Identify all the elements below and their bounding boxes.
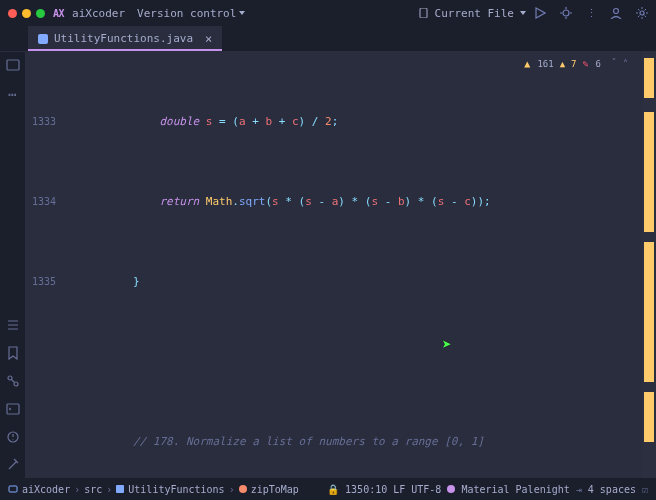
editor-tabs: UtilityFunctions.java × bbox=[0, 26, 656, 52]
code-line[interactable]: double s = (a + b + c) / 2; bbox=[80, 112, 642, 132]
error-count: 161 bbox=[537, 54, 553, 74]
chevron-down-icon bbox=[520, 11, 526, 15]
app-name: aiXcoder bbox=[72, 7, 125, 20]
settings-gear-icon[interactable] bbox=[636, 7, 648, 19]
line-number: 1334 bbox=[26, 192, 66, 212]
line-separator[interactable]: LF bbox=[393, 484, 405, 495]
warning-icon: ▲ bbox=[524, 54, 530, 74]
project-tool-icon[interactable] bbox=[6, 58, 20, 72]
chevron-down-icon bbox=[239, 11, 245, 15]
breadcrumb[interactable]: aiXcoder › src › UtilityFunctions › zipT… bbox=[8, 484, 299, 495]
theme-name[interactable]: Material Palenight bbox=[461, 484, 569, 495]
problems-tool-icon[interactable] bbox=[6, 430, 20, 444]
svg-rect-4 bbox=[7, 60, 19, 70]
zoom-window-button[interactable] bbox=[36, 9, 45, 18]
inspection-status[interactable]: ▲ 161 ▲ 7 ✎ 6 ˇ ˄ bbox=[524, 54, 628, 74]
project-icon bbox=[8, 484, 18, 494]
svg-point-3 bbox=[640, 11, 644, 15]
terminal-tool-icon[interactable] bbox=[6, 402, 20, 416]
code-line[interactable]: // 178. Normalize a list of numbers to a… bbox=[80, 432, 642, 452]
svg-point-2 bbox=[614, 9, 619, 14]
navigate-icons[interactable]: ˇ ˄ bbox=[611, 54, 628, 74]
tab-label: UtilityFunctions.java bbox=[54, 32, 193, 45]
close-window-button[interactable] bbox=[8, 9, 17, 18]
avatar-icon[interactable] bbox=[610, 7, 622, 19]
typo-icon: ✎ bbox=[583, 54, 589, 74]
tool-window-bar: ⋯ bbox=[0, 52, 26, 478]
breadcrumb-project: aiXcoder bbox=[22, 484, 70, 495]
svg-point-1 bbox=[563, 10, 569, 16]
cursor-position[interactable]: 1350:10 bbox=[345, 484, 387, 495]
warning-count-icon: ▲ bbox=[560, 54, 565, 74]
bookmarks-tool-icon[interactable] bbox=[6, 346, 20, 360]
svg-point-6 bbox=[14, 382, 18, 386]
read-only-icon[interactable]: ☑ bbox=[642, 484, 648, 495]
svg-rect-0 bbox=[420, 8, 427, 18]
structure-tool-icon[interactable] bbox=[6, 318, 20, 332]
code-editor[interactable]: ▲ 161 ▲ 7 ✎ 6 ˇ ˄ 1333 double s = (a + b… bbox=[26, 52, 656, 478]
theme-color-icon bbox=[447, 485, 455, 493]
more-actions-icon[interactable]: ⋮ bbox=[586, 7, 596, 20]
code-area[interactable]: 1333 double s = (a + b + c) / 2; 1334 re… bbox=[26, 52, 642, 478]
breadcrumb-method: zipToMap bbox=[251, 484, 299, 495]
warning-count: 7 bbox=[571, 54, 576, 74]
error-stripe[interactable] bbox=[642, 52, 656, 478]
debug-icon[interactable] bbox=[560, 7, 572, 19]
version-control-menu[interactable]: Version control bbox=[137, 7, 245, 20]
svg-point-5 bbox=[8, 376, 12, 380]
code-line[interactable]: } bbox=[80, 272, 642, 292]
breadcrumb-src: src bbox=[84, 484, 102, 495]
typo-count: 6 bbox=[596, 54, 601, 74]
encoding[interactable]: UTF-8 bbox=[411, 484, 441, 495]
svg-rect-7 bbox=[7, 404, 19, 414]
version-control-label: Version control bbox=[137, 7, 236, 20]
class-icon bbox=[116, 485, 124, 493]
method-icon bbox=[239, 485, 247, 493]
close-tab-icon[interactable]: × bbox=[205, 32, 212, 46]
line-number: 1335 bbox=[26, 272, 66, 292]
more-icon[interactable]: ⋯ bbox=[8, 86, 16, 102]
build-tool-icon[interactable] bbox=[6, 458, 20, 472]
file-icon bbox=[419, 8, 429, 18]
window-controls bbox=[8, 9, 45, 18]
lock-icon[interactable]: 🔒 bbox=[327, 484, 339, 495]
indent-icon: ⇥ bbox=[576, 484, 582, 495]
breadcrumb-class: UtilityFunctions bbox=[128, 484, 224, 495]
app-logo-icon: AX bbox=[53, 8, 64, 19]
indent-config[interactable]: 4 spaces bbox=[588, 484, 636, 495]
minimize-window-button[interactable] bbox=[22, 9, 31, 18]
line-number: 1333 bbox=[26, 112, 66, 132]
scope-label: Current File bbox=[435, 7, 514, 20]
svg-rect-9 bbox=[9, 486, 17, 492]
java-file-icon bbox=[38, 34, 48, 44]
title-bar: AX aiXcoder Version control Current File… bbox=[0, 0, 656, 26]
status-bar: aiXcoder › src › UtilityFunctions › zipT… bbox=[0, 478, 656, 500]
tab-utility-functions[interactable]: UtilityFunctions.java × bbox=[28, 26, 222, 51]
git-tool-icon[interactable] bbox=[6, 374, 20, 388]
run-icon[interactable] bbox=[534, 7, 546, 19]
run-scope-selector[interactable]: Current File bbox=[419, 7, 526, 20]
code-line[interactable]: return Math.sqrt(s * (s - a) * (s - b) *… bbox=[80, 192, 642, 212]
